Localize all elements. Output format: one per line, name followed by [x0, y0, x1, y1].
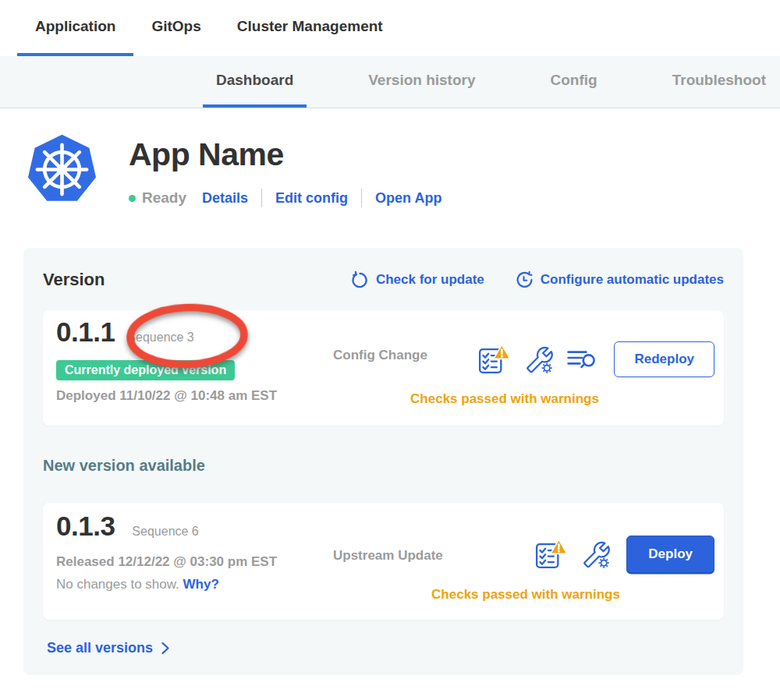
deploy-button[interactable]: Deploy: [626, 536, 714, 573]
checklist-warning-icon: [477, 343, 511, 376]
app-header: App Name Ready Details Edit config Open …: [0, 108, 780, 248]
wrench-gear-icon: [581, 540, 610, 569]
current-version-source-label: Config Change: [333, 348, 427, 363]
current-checks-status: Checks passed with warnings: [333, 391, 676, 407]
lines-magnifier-icon: [566, 347, 597, 372]
app-title: App Name: [129, 136, 284, 173]
app-sub-nav: Dashboard Version history Config Trouble…: [0, 56, 780, 108]
see-all-versions-link[interactable]: See all versions: [47, 640, 170, 656]
view-diff-button[interactable]: [566, 347, 597, 372]
version-panel: Version Check for update Configure autom…: [23, 248, 743, 675]
current-version-number: 0.1.1: [56, 316, 115, 348]
new-version-number: 0.1.3: [56, 511, 115, 542]
view-config-button[interactable]: [524, 345, 553, 374]
top-nav: Application GitOps Cluster Management: [0, 0, 780, 56]
redeploy-button[interactable]: Redeploy: [614, 341, 714, 377]
divider: [261, 189, 262, 207]
open-app-link[interactable]: Open App: [375, 190, 441, 207]
check-for-update-link[interactable]: Check for update: [351, 271, 484, 289]
wrench-gear-icon: [524, 345, 553, 374]
kubernetes-logo-icon: [26, 133, 98, 206]
refresh-icon: [351, 271, 369, 289]
preflight-checks-button[interactable]: [477, 343, 511, 376]
new-version-heading: New version available: [43, 457, 724, 475]
divider: [361, 189, 362, 207]
app-status-label: Ready: [142, 189, 186, 207]
configure-automatic-updates-link[interactable]: Configure automatic updates: [514, 270, 724, 290]
chevron-right-icon: [161, 642, 170, 655]
new-version-sequence: Sequence 6: [132, 525, 198, 539]
details-link[interactable]: Details: [202, 190, 248, 207]
preflight-checks-button[interactable]: [534, 538, 568, 571]
tab-version-history[interactable]: Version history: [355, 56, 488, 108]
tab-troubleshoot[interactable]: Troubleshoot: [659, 56, 779, 108]
checklist-warning-icon: [534, 538, 568, 571]
ready-status-dot: [129, 195, 136, 202]
tab-dashboard[interactable]: Dashboard: [203, 56, 307, 108]
see-all-versions-label: See all versions: [47, 640, 153, 656]
tab-config[interactable]: Config: [537, 56, 611, 108]
released-timestamp: Released 12/12/22 @ 03:30 pm EST: [56, 554, 277, 570]
version-heading: Version: [43, 270, 105, 290]
why-link[interactable]: Why?: [183, 577, 219, 592]
new-version-card: 0.1.3 Sequence 6 Released 12/12/22 @ 03:…: [43, 503, 724, 620]
top-nav-item-cluster-management[interactable]: Cluster Management: [219, 0, 401, 56]
no-changes-text: No changes to show.: [56, 577, 179, 592]
configure-automatic-updates-label: Configure automatic updates: [541, 272, 724, 288]
clock-refresh-icon: [514, 270, 534, 290]
current-version-sequence: Sequence 3: [127, 331, 193, 345]
edit-config-link[interactable]: Edit config: [275, 190, 348, 207]
new-checks-status: Checks passed with warnings: [370, 587, 682, 603]
current-version-card: 0.1.1 Sequence 3 Currently deployed vers…: [43, 310, 724, 426]
currently-deployed-badge: Currently deployed version: [56, 360, 235, 380]
new-version-source-label: Upstream Update: [333, 548, 443, 564]
top-nav-item-application[interactable]: Application: [17, 0, 133, 56]
deployed-timestamp: Deployed 11/10/22 @ 10:48 am EST: [56, 388, 277, 404]
check-for-update-label: Check for update: [376, 272, 484, 288]
view-config-button[interactable]: [581, 540, 610, 569]
top-nav-item-gitops[interactable]: GitOps: [133, 0, 218, 56]
